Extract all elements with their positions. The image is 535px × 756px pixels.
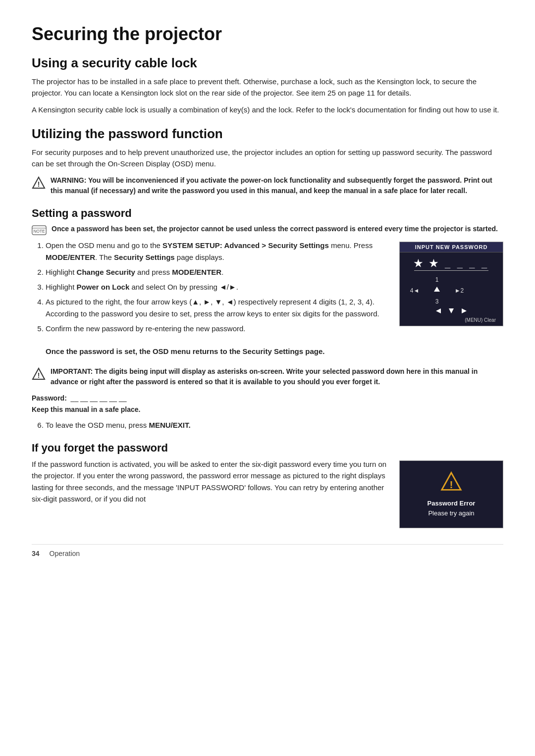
svg-marker-7 bbox=[449, 308, 454, 313]
svg-text:NOTE: NOTE bbox=[33, 229, 45, 234]
svg-marker-8 bbox=[462, 308, 467, 313]
security-cable-para1: The projector has to be installed in a s… bbox=[32, 76, 503, 99]
section-forget-password: If you forget the password If the passwo… bbox=[32, 442, 503, 528]
important-warning-icon: ! bbox=[32, 367, 46, 381]
svg-text:!: ! bbox=[38, 180, 40, 188]
forget-with-image: If the password function is activated, y… bbox=[32, 458, 503, 528]
osd-menu-clear: (MENU) Clear bbox=[405, 317, 498, 323]
step6-list: To leave the OSD menu, press MENU/EXIT. bbox=[46, 419, 503, 431]
osd-panel: INPUT NEW PASSWORD ★ ★ _ _ _ _ 1 4◄ ►2 bbox=[399, 242, 503, 326]
osd-body: ★ ★ _ _ _ _ 1 4◄ ►2 3 bbox=[400, 252, 503, 326]
osd-right-arrow bbox=[461, 307, 468, 314]
forget-para: If the password function is activated, y… bbox=[32, 458, 387, 504]
keep-safe-label: Keep this manual in a safe place. bbox=[32, 404, 503, 415]
password-blanks: __ __ __ __ __ __ bbox=[71, 394, 127, 402]
section-heading-forget-password: If you forget the password bbox=[32, 442, 503, 454]
note-text-content: Once a password has been set, the projec… bbox=[52, 225, 498, 233]
pw-error-text: Password Error Please try again bbox=[428, 499, 476, 518]
section-heading-setting-password: Setting a password bbox=[32, 207, 503, 220]
password-line: Password: __ __ __ __ __ __ bbox=[32, 393, 503, 404]
osd-title-bar: INPUT NEW PASSWORD bbox=[400, 242, 503, 252]
footer-page-number: 34 bbox=[32, 550, 40, 557]
step-2: Highlight Change Security and press MODE… bbox=[46, 266, 387, 278]
osd-num-bottom: 3 bbox=[435, 298, 439, 305]
osd-up-arrow bbox=[433, 286, 441, 294]
page-title: Securing the projector bbox=[32, 24, 503, 45]
pw-error-panel: ! Password Error Please try again bbox=[399, 460, 503, 528]
important-warning-bold: IMPORTANT: The digits being input will d… bbox=[51, 367, 478, 386]
osd-lr-arrows bbox=[405, 307, 498, 314]
osd-underline bbox=[414, 270, 488, 271]
footer-bar: 34 Operation bbox=[32, 544, 503, 557]
steps-list: Open the OSD menu and go to the SYSTEM S… bbox=[32, 240, 387, 361]
note-icon: NOTE bbox=[32, 225, 47, 236]
steps-ol: Open the OSD menu and go to the SYSTEM S… bbox=[46, 240, 387, 357]
svg-text:!: ! bbox=[38, 371, 40, 379]
pw-error-subtitle: Please try again bbox=[428, 508, 476, 518]
osd-num-top: 1 bbox=[435, 276, 439, 283]
pw-error-title: Password Error bbox=[428, 499, 476, 508]
step-6: To leave the OSD menu, press MENU/EXIT. bbox=[46, 419, 503, 431]
important-warning-text: IMPORTANT: The digits being input will d… bbox=[51, 366, 503, 387]
osd-left-arrow bbox=[435, 307, 442, 314]
step-4: As pictured to the right, the four arrow… bbox=[46, 296, 387, 319]
osd-down-arrow bbox=[448, 307, 455, 314]
password-label: Password: bbox=[32, 394, 67, 402]
pw-error-warning-icon: ! bbox=[440, 471, 463, 494]
osd-num-left: 4◄ bbox=[410, 287, 420, 294]
note-text: Once a password has been set, the projec… bbox=[52, 224, 498, 234]
svg-text:!: ! bbox=[449, 479, 453, 491]
svg-marker-6 bbox=[436, 308, 441, 313]
warning-text: WARNING: You will be inconvenienced if y… bbox=[51, 175, 503, 196]
osd-stars: ★ ★ _ _ _ _ bbox=[405, 257, 498, 269]
step-5-sub: Once the password is set, the OSD menu r… bbox=[46, 347, 324, 355]
section-heading-password-function: Utilizing the password function bbox=[32, 126, 503, 142]
important-warning-box: ! IMPORTANT: The digits being input will… bbox=[32, 366, 503, 387]
step-3: Highlight Power on Lock and select On by… bbox=[46, 281, 387, 293]
section-heading-security-cable: Using a security cable lock bbox=[32, 55, 503, 71]
warning-icon: ! bbox=[32, 176, 46, 190]
security-cable-para2: A Kensington security cable lock is usua… bbox=[32, 104, 503, 115]
osd-num-right: ►2 bbox=[455, 287, 464, 294]
step-1: Open the OSD menu and go to the SYSTEM S… bbox=[46, 240, 387, 263]
svg-marker-5 bbox=[434, 287, 440, 292]
steps-with-osd: Open the OSD menu and go to the SYSTEM S… bbox=[32, 240, 503, 361]
warning-text-bold: WARNING: You will be inconvenienced if y… bbox=[51, 176, 492, 195]
osd-arrows-grid: 1 4◄ ►2 3 bbox=[405, 275, 498, 306]
warning-box-password: ! WARNING: You will be inconvenienced if… bbox=[32, 175, 503, 196]
footer-label: Operation bbox=[50, 550, 80, 557]
step-5: Confirm the new password by re-entering … bbox=[46, 323, 387, 357]
note-box-setting-password: NOTE Once a password has been set, the p… bbox=[32, 224, 503, 236]
password-function-para1: For security purposes and to help preven… bbox=[32, 147, 503, 170]
